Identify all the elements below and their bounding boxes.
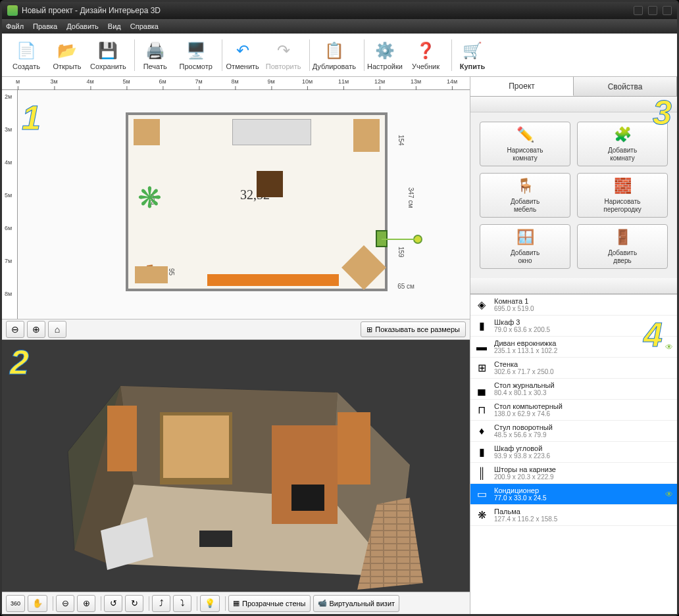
transparent-walls[interactable]: ▦ Прозрачные стены [228,595,310,612]
save-button[interactable]: 💾Сохранить [90,40,126,70]
dims-icon: ⊞ [366,325,372,334]
rotate-left[interactable]: ↺ [104,595,122,612]
eye-icon[interactable]: 👁 [665,490,673,499]
list-item[interactable]: ▄ Стол журнальный 80.4 x 80.1 x 30.3 [470,379,677,400]
light-button[interactable]: 💡 [200,595,220,612]
furn-corner[interactable] [341,245,386,290]
list-item[interactable]: ◈ Комната 1 695.0 x 519.0 [470,295,677,316]
armchair-icon: 🪑 [516,178,534,196]
menu-add[interactable]: Добавить [66,22,99,30]
zoom-in-3d[interactable]: ⊕ [77,595,95,612]
annotation-1: 1 [22,98,41,137]
create-button[interactable]: 📄Создать [9,40,44,70]
list-item[interactable]: ♦ Стул поворотный 48.5 x 56.6 x 79.9 [470,421,677,442]
redo-button[interactable]: ↷Повторить [266,40,301,70]
virtual-visit[interactable]: 📹 Виртуальный визит [313,595,400,612]
rotate360-button[interactable]: 360 [6,595,25,612]
object-dim: 48.5 x 56.6 x 79.9 [494,431,553,438]
add-window-button[interactable]: 🪟 Добавитьокно [480,224,570,269]
tab-properties[interactable]: Свойства [574,77,677,96]
menu-view[interactable]: Вид [108,22,121,30]
object-name: Комната 1 [494,297,534,305]
rotate-right-icon: ↻ [131,598,138,608]
furn-table[interactable] [257,171,283,197]
bulb-icon: 💡 [205,598,215,608]
copy-icon: 📋 [324,40,345,61]
settings-button[interactable]: ⚙️Настройки [367,40,403,70]
canvas-2d[interactable]: 1 32,52 582 347 см 154 159 665 65 см 489… [18,90,470,319]
zoom-in-icon: ⊕ [83,598,90,608]
tab-project[interactable]: Проект [470,77,574,96]
duplicate-button[interactable]: 📋Дублировать [313,40,356,70]
menu-edit[interactable]: Правка [33,22,57,30]
show-dims-button[interactable]: ⊞ Показывать все размеры [361,321,466,337]
panel-header-objects [470,278,677,294]
object-name: Кондиционер [494,486,547,494]
buy-button[interactable]: 🛒Купить [455,40,490,70]
list-item[interactable]: ▬ Диван еврокнижка 235.1 x 113.1 x 102.2… [470,337,677,358]
furn-sofa[interactable] [232,119,311,145]
list-item[interactable]: ▮ Шкаф угловой 93.9 x 93.8 x 223.6 [470,442,677,463]
object-dim: 127.4 x 116.2 x 158.5 [494,515,557,523]
list-item[interactable]: ❋ Пальма 127.4 x 116.2 x 158.5 [470,505,677,526]
tilt-down[interactable]: ⤵ [173,595,191,612]
view-3d[interactable]: 2 [2,340,470,592]
pan-button[interactable]: ✋ [28,595,47,612]
undo-icon: ↶ [232,40,253,61]
list-item[interactable]: ▭ Кондиционер 77.0 x 33.0 x 24.5 👁 [470,484,677,505]
tilt-up-icon: ⤴ [159,598,164,608]
undo-button[interactable]: ↶Отменить [225,40,261,70]
svg-rect-8 [291,485,324,511]
object-list[interactable]: ◈ Комната 1 695.0 x 519.0 ▮ Шкаф 3 79.0 … [470,294,677,614]
add-room-button[interactable]: 🧩 Добавитькомнату [577,122,668,166]
draw-room-button[interactable]: ✏️ Нарисоватькомнату [480,122,570,166]
selection-line [382,239,415,240]
eye-icon[interactable]: 👁 [665,343,673,352]
list-item[interactable]: ║ Шторы на карнизе 200.9 x 20.3 x 222.9 [470,463,677,484]
list-item[interactable]: ⊞ Стенка 302.6 x 71.7 x 250.0 [470,358,677,379]
tabs: Проект Свойства [470,77,677,97]
preview-button[interactable]: 🖥️Просмотр [178,40,214,70]
open-button[interactable]: 📂Открыть [49,40,85,70]
zoom-in-button[interactable]: ⊕ [27,321,45,338]
view3d-toolbar: 360 ✋ ⊖ ⊕ ↺ ↻ ⤴ ⤵ 💡 ▦ Прозрачные стены [2,592,470,614]
object-icon: ▬ [474,340,489,354]
furn-plant[interactable]: ❋ [138,181,177,220]
object-dim: 77.0 x 33.0 x 24.5 [494,494,547,502]
menubar: Файл Правка Добавить Вид Справка [2,19,677,34]
add-door-button[interactable]: 🚪 Добавитьдверь [577,224,668,269]
printer-icon: 🖨️ [145,40,166,61]
menu-help[interactable]: Справка [130,22,159,30]
furn-wall-unit[interactable] [207,274,339,286]
furn-wardrobe[interactable] [134,119,160,145]
svg-rect-9 [199,531,232,547]
window-icon: 🪟 [516,229,534,247]
folder-icon: 📂 [57,40,78,61]
zoom-out-3d[interactable]: ⊖ [56,595,74,612]
object-name: Стул поворотный [494,423,553,431]
svg-rect-12 [338,412,370,485]
list-item[interactable]: ▮ Шкаф 3 79.0 x 63.6 x 200.5 [470,316,677,337]
camera-icon: 📹 [318,599,327,607]
furn-desk[interactable] [135,266,168,283]
draw-partition-button[interactable]: 🧱 Нарисоватьперегородку [577,173,668,218]
minimize-button[interactable] [634,6,643,15]
list-item[interactable]: ⊓ Стол компьютерный 138.0 x 62.9 x 74.6 [470,400,677,421]
tutorial-button[interactable]: ❓Учебник [408,40,443,70]
add-furniture-button[interactable]: 🪑 Добавитьмебель [480,173,570,218]
room-outline[interactable]: 32,52 582 347 см 154 159 665 65 см 489 9… [126,112,388,291]
print-button[interactable]: 🖨️Печать [138,40,173,70]
object-name: Диван еврокнижка [494,339,557,347]
svg-rect-11 [107,406,137,471]
home-button[interactable]: ⌂ [48,321,66,338]
object-dim: 93.9 x 93.8 x 223.6 [494,452,550,460]
close-button[interactable] [663,6,672,15]
furn-wardrobe2[interactable] [353,119,380,152]
zoom-out-button[interactable]: ⊖ [6,321,24,338]
toolbar: 📄Создать 📂Открыть 💾Сохранить 🖨️Печать 🖥️… [2,34,677,77]
menu-file[interactable]: Файл [6,22,24,30]
maximize-button[interactable] [648,6,657,15]
tilt-up[interactable]: ⤴ [152,595,170,612]
selection-handle[interactable] [413,235,422,244]
rotate-right[interactable]: ↻ [125,595,143,612]
